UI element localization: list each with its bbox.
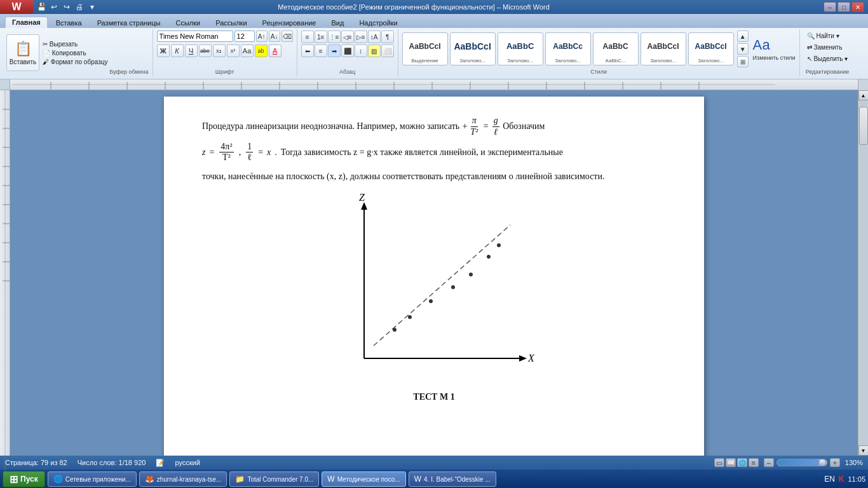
scroll-down-button[interactable]: ▼ (858, 445, 869, 456)
style-h6[interactable]: AaBbCcI Заголово... (688, 32, 734, 65)
paste-button[interactable]: 📋 Вставить (6, 34, 39, 71)
align-left-button[interactable]: ⬅ (301, 44, 314, 57)
redo-quick-btn[interactable]: ↪ (61, 2, 72, 12)
ruler-right (858, 79, 868, 90)
zoom-slider-track[interactable] (776, 459, 827, 466)
italic-button[interactable]: К (171, 44, 184, 57)
view-reading-button[interactable]: 📖 (726, 458, 736, 467)
zoom-in-button[interactable]: + (830, 458, 840, 467)
subscript-button[interactable]: x₂ (213, 44, 226, 57)
change-case-button[interactable]: Аа (241, 44, 254, 57)
close-button[interactable]: ✕ (851, 2, 864, 12)
view-outline-button[interactable]: ≡ (749, 458, 759, 467)
format-painter-button[interactable]: 🖌 Формат по образцу (41, 58, 109, 66)
taskbar-item-3[interactable]: W Методическое посо... (322, 471, 405, 487)
data-point-3 (429, 299, 433, 303)
office-button[interactable]: W (0, 0, 33, 14)
highlight-button[interactable]: ab (255, 44, 268, 57)
scroll-thumb[interactable] (859, 107, 868, 145)
style-h2[interactable]: AaBbC Заголово... (498, 32, 543, 65)
strikethrough-button[interactable]: abe (199, 44, 212, 57)
justify-button[interactable]: ⬛ (341, 44, 354, 57)
styles-down-button[interactable]: ▼ (737, 43, 749, 55)
change-styles-area: Аа Изменить стили (753, 37, 796, 61)
bold-button[interactable]: Ж (157, 44, 170, 57)
dropdown-quick-btn[interactable]: ▾ (86, 2, 98, 12)
align-right-button[interactable]: ➡ (328, 44, 341, 57)
tab-refs[interactable]: Ссылки (168, 17, 207, 28)
tab-view[interactable]: Вид (325, 17, 351, 28)
font-size-input[interactable] (234, 30, 255, 42)
numbering-button[interactable]: 1≡ (315, 30, 327, 43)
scroll-up-button[interactable]: ▲ (858, 90, 869, 100)
styles-more-button[interactable]: ⊞ (737, 56, 749, 67)
bullets-button[interactable]: ≡ (301, 30, 314, 43)
font-grow-button[interactable]: A↑ (256, 30, 268, 42)
copy-button[interactable]: 📄 Копировать (41, 49, 109, 57)
print-quick-btn[interactable]: 🖨 (74, 2, 85, 12)
data-point-6 (487, 255, 491, 259)
style-h1[interactable]: AaBbCcI Заголово... (450, 32, 496, 65)
change-styles-icon[interactable]: Аа (753, 37, 796, 53)
font-shrink-button[interactable]: A↓ (269, 30, 280, 42)
align-center-button[interactable]: ≡ (315, 44, 327, 57)
data-point-2 (408, 315, 412, 319)
style-h5[interactable]: AaBbCcI Заголово... (641, 32, 686, 65)
taskbar-item-0[interactable]: 🌐 Сетевые приложени... (48, 471, 137, 487)
superscript-button[interactable]: x² (227, 44, 240, 57)
shading-button[interactable]: ▨ (368, 44, 381, 57)
zoom-slider-thumb[interactable] (818, 459, 826, 466)
taskbar-item-2[interactable]: 📁 Total Commander 7.0... (229, 471, 319, 487)
line-spacing-button[interactable]: ↕ (355, 44, 367, 57)
cut-button[interactable]: ✂ Вырезать (41, 40, 109, 48)
clear-format-button[interactable]: ⌫ (281, 30, 293, 42)
graph-container: Z X (202, 193, 666, 384)
undo-quick-btn[interactable]: ↩ (48, 2, 60, 12)
replace-button[interactable]: ⇄ Заменить (804, 42, 851, 53)
zoom-out-button[interactable]: – (764, 458, 774, 467)
tab-mail[interactable]: Рассылки (208, 17, 254, 28)
style-h3[interactable]: AaBbCc Заголово... (545, 32, 591, 65)
style-normal[interactable]: AaBbCcI Выделение (402, 32, 448, 65)
taskbar-item-4[interactable]: W 4. I. Babel-"Odesskie ... (409, 471, 496, 487)
maximize-button[interactable]: □ (837, 2, 850, 12)
show-marks-button[interactable]: ¶ (381, 30, 394, 43)
sort-button[interactable]: ↕A (368, 30, 381, 43)
increase-indent-button[interactable]: ▷≡ (355, 30, 367, 43)
minimize-button[interactable]: – (824, 2, 836, 12)
underline-button[interactable]: Ч (185, 44, 198, 57)
tray-lang[interactable]: EN (824, 475, 835, 484)
quick-access-toolbar: 💾 ↩ ↪ 🖨 ▾ (36, 0, 98, 14)
styles-up-button[interactable]: ▲ (737, 30, 749, 42)
tab-review[interactable]: Рецензирование (255, 17, 323, 28)
x-arrow (519, 355, 527, 362)
word-count: Число слов: 1/18 920 (78, 459, 146, 466)
tab-layout[interactable]: Разметка страницы (90, 17, 168, 28)
style-h4[interactable]: AaBbC AaBbC... (593, 32, 639, 65)
font-content: A↑ A↓ ⌫ Ж К Ч abe x₂ x² Аа ab А (157, 30, 293, 67)
zoom-slider-fill (777, 459, 820, 466)
tray-antivirus[interactable]: K (839, 475, 844, 484)
tab-addins[interactable]: Надстройки (352, 17, 404, 28)
view-normal-button[interactable]: ▭ (714, 458, 724, 467)
save-quick-btn[interactable]: 💾 (36, 2, 47, 12)
para-intro: Процедура линеаризации неоднозначна. Нап… (202, 116, 666, 138)
font-color-button[interactable]: А (269, 44, 281, 57)
find-button[interactable]: 🔍 Найти ▾ (804, 30, 851, 41)
borders-button[interactable]: ⬜ (381, 44, 394, 57)
spell-check-icon[interactable]: 📝 (156, 459, 165, 467)
multilevel-button[interactable]: ⋮≡ (328, 30, 341, 43)
tab-main[interactable]: Главная (5, 17, 48, 28)
decrease-indent-button[interactable]: ◁≡ (341, 30, 354, 43)
font-name-input[interactable] (157, 30, 233, 42)
trend-line (374, 225, 510, 346)
select-button[interactable]: ↖ Выделить ▾ (804, 53, 851, 64)
data-point-7 (497, 243, 501, 247)
view-web-button[interactable]: 🌐 (737, 458, 747, 467)
zoom-area: ▭ 📖 🌐 ≡ – + 130% (714, 458, 863, 467)
taskbar-item-1[interactable]: 🦊 zhurnal-krasnaya-tse... (139, 471, 227, 487)
vertical-scrollbar: ▲ ▼ (858, 90, 868, 456)
editing-buttons: 🔍 Найти ▾ ⇄ Заменить ↖ Выделить ▾ (804, 30, 851, 64)
tab-insert[interactable]: Вставка (49, 17, 89, 28)
start-button[interactable]: ⊞ Пуск (3, 471, 45, 487)
